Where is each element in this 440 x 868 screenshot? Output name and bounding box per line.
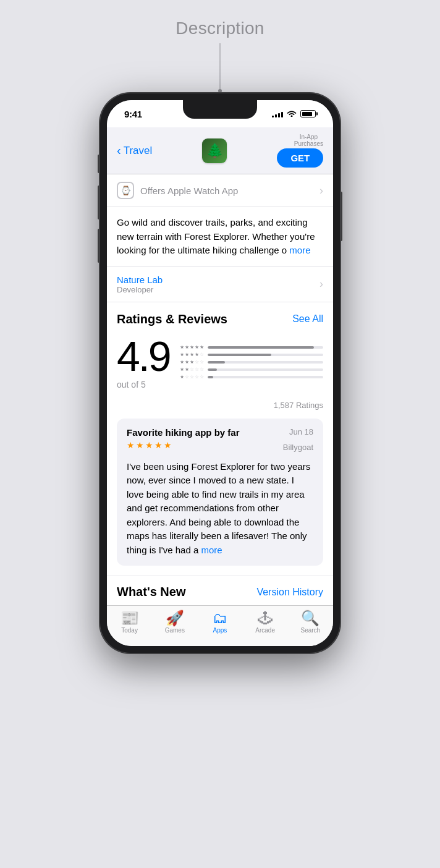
today-tab-label: Today: [121, 628, 138, 634]
review-header: Favorite hiking app by far Jun 18: [127, 427, 313, 438]
tab-item-search[interactable]: 🔍Search: [292, 611, 329, 634]
phone-frame: 9:41: [99, 93, 341, 653]
star-bar-fill: [208, 346, 314, 349]
side-button-silent: [98, 155, 99, 173]
rating-bars-area: ★★★★★★★★★☆★★★☆☆★★☆☆☆★☆☆☆☆: [180, 344, 323, 380]
tab-item-apps[interactable]: 🗂Apps: [201, 611, 239, 634]
header-right: In-AppPurchases GET: [277, 134, 323, 168]
tab-item-games[interactable]: 🚀Games: [156, 611, 193, 634]
star-bar-bg: [208, 368, 323, 371]
apps-tab-icon: 🗂: [213, 611, 227, 626]
tab-bar: 📰Today🚀Games🗂Apps🕹Arcade🔍Search: [107, 605, 333, 646]
star-mini-icons: ★★☆☆☆: [180, 367, 204, 372]
ratings-section: Ratings & Reviews See All 4.9 out of 5 ★…: [107, 302, 333, 401]
review-body: I've been using Forest Explorer for two …: [127, 461, 310, 555]
tab-item-arcade[interactable]: 🕹Arcade: [247, 611, 284, 634]
review-date: Jun 18: [289, 427, 313, 436]
arcade-tab-label: Arcade: [255, 628, 275, 634]
review-card: Favorite hiking app by far Jun 18 ★★★★★ …: [117, 419, 323, 566]
description-section: Go wild and discover trails, parks, and …: [107, 207, 333, 267]
review-star-icon: ★: [136, 440, 144, 450]
star-mini-icons: ★★★★☆: [180, 352, 204, 357]
developer-name: Nature Lab: [117, 274, 163, 285]
apple-watch-row[interactable]: ⌚ Offers Apple Watch App ›: [107, 174, 333, 207]
arcade-tab-icon: 🕹: [258, 611, 273, 626]
review-author: Billygoat: [283, 443, 313, 452]
review-title: Favorite hiking app by far: [127, 427, 240, 438]
rating-number: 4.9: [117, 335, 170, 377]
star-bar-row: ★★☆☆☆: [180, 367, 323, 372]
in-app-purchases-label: In-AppPurchases: [294, 134, 323, 147]
star-mini-icons: ★★★★★: [180, 344, 204, 350]
star-bar-fill: [208, 361, 225, 364]
back-button[interactable]: ‹ Travel: [117, 143, 152, 158]
star-bar-fill: [208, 376, 213, 378]
wifi-icon: [287, 109, 297, 119]
whats-new-section: What's New Version History: [107, 576, 333, 605]
status-icons: [272, 109, 316, 119]
star-bar-bg: [208, 354, 323, 356]
developer-label: Developer: [117, 285, 163, 294]
more-link[interactable]: more: [289, 245, 310, 255]
star-bar-bg: [208, 346, 323, 349]
back-label: Travel: [124, 145, 153, 157]
watch-text: Offers Apple Watch App: [140, 185, 238, 196]
developer-row[interactable]: Nature Lab Developer ›: [107, 267, 333, 302]
back-chevron-icon: ‹: [117, 143, 121, 158]
star-bar-row: ★☆☆☆☆: [180, 374, 323, 380]
ratings-header: Ratings & Reviews See All: [117, 312, 323, 326]
review-more-link[interactable]: more: [201, 545, 222, 555]
star-mini-icons: ★☆☆☆☆: [180, 374, 204, 380]
review-stars: ★★★★★: [127, 440, 172, 450]
annotation-label: Description: [176, 19, 264, 38]
search-tab-label: Search: [301, 628, 321, 634]
app-icon-container: 🌲: [202, 138, 227, 163]
version-history-link[interactable]: Version History: [256, 587, 323, 598]
review-star-icon: ★: [145, 440, 153, 450]
ratings-summary: 4.9 out of 5 ★★★★★★★★★☆★★★☆☆★★☆☆☆★☆☆☆☆: [117, 335, 323, 389]
review-meta: ★★★★★ Billygoat: [127, 440, 313, 455]
ratings-count: 1,587 Ratings: [107, 401, 333, 419]
star-bar-row: ★★★☆☆: [180, 359, 323, 365]
review-star-icon: ★: [127, 440, 135, 450]
star-bar-fill: [208, 368, 217, 371]
star-bar-row: ★★★★★: [180, 344, 323, 350]
notch: [183, 100, 257, 119]
review-star-icon: ★: [164, 440, 172, 450]
app-icon: 🌲: [202, 138, 227, 163]
ratings-title: Ratings & Reviews: [117, 312, 227, 326]
games-tab-icon: 🚀: [166, 611, 184, 626]
battery-icon: [300, 110, 316, 117]
today-tab-icon: 📰: [121, 611, 139, 626]
big-rating: 4.9 out of 5: [117, 335, 170, 389]
signal-icon: [272, 110, 283, 117]
star-bar-bg: [208, 376, 323, 378]
developer-info: Nature Lab Developer: [117, 274, 163, 294]
annotation-area: Description: [0, 12, 440, 93]
app-header: ‹ Travel 🌲 In-AppPurchases GET: [107, 127, 333, 174]
search-tab-icon: 🔍: [301, 611, 319, 626]
phone-screen: 9:41: [107, 100, 333, 646]
side-button-volume-down: [98, 229, 99, 263]
review-star-icon: ★: [154, 440, 163, 450]
side-button-volume-up: [98, 185, 99, 219]
rating-out-of: out of 5: [117, 380, 146, 389]
developer-chevron-icon: ›: [319, 278, 323, 291]
star-mini-icons: ★★★☆☆: [180, 359, 204, 365]
tab-item-today[interactable]: 📰Today: [111, 611, 148, 634]
watch-left: ⌚ Offers Apple Watch App: [117, 182, 238, 199]
description-text: Go wild and discover trails, parks, and …: [117, 217, 315, 255]
chevron-right-icon: ›: [319, 184, 323, 197]
status-time: 9:41: [124, 109, 142, 119]
get-button[interactable]: GET: [277, 148, 323, 168]
see-all-button[interactable]: See All: [292, 313, 323, 325]
side-button-power: [341, 192, 342, 241]
games-tab-label: Games: [165, 628, 185, 634]
whats-new-title: What's New: [117, 585, 185, 599]
star-bar-bg: [208, 361, 323, 364]
apple-watch-icon: ⌚: [117, 182, 134, 199]
star-bar-row: ★★★★☆: [180, 352, 323, 357]
annotation-line: [220, 43, 221, 93]
apps-tab-label: Apps: [213, 628, 227, 634]
star-bar-fill: [208, 354, 271, 356]
